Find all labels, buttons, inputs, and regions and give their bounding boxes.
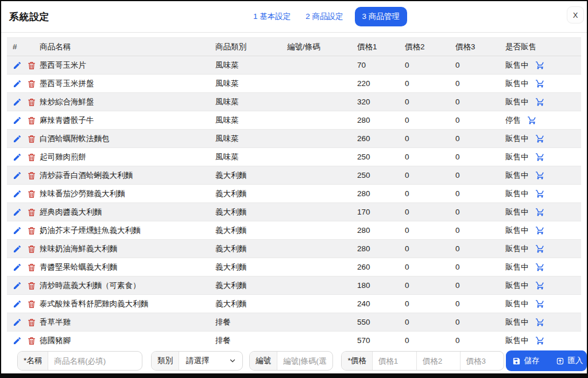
edit-icon[interactable] xyxy=(13,134,22,143)
delete-icon[interactable] xyxy=(27,79,36,88)
top-bar: 系統設定 1 基本設定 2 商品設定 3 商品管理 X xyxy=(1,1,587,33)
row-actions xyxy=(7,281,40,290)
cart-icon[interactable] xyxy=(527,115,537,125)
product-price2: 0 xyxy=(405,244,455,253)
product-name: 麻辣青醬骰子牛 xyxy=(40,115,215,126)
cart-icon[interactable] xyxy=(535,244,545,254)
product-name: 奶油芥末子煙燻鮭魚義大利麵 xyxy=(40,225,215,236)
cart-icon[interactable] xyxy=(535,189,545,198)
cart-icon[interactable] xyxy=(535,134,545,143)
sale-status: 販售中 xyxy=(505,207,529,217)
sale-status-cell: 販售中 xyxy=(505,262,581,272)
edit-icon[interactable] xyxy=(13,244,22,254)
product-price1: 280 xyxy=(357,244,405,253)
delete-icon[interactable] xyxy=(27,263,36,272)
product-name: 白酒蛤蠣附軟法麵包 xyxy=(40,134,215,144)
price2-input[interactable] xyxy=(416,352,460,370)
cart-icon[interactable] xyxy=(535,336,545,345)
product-price2: 0 xyxy=(405,281,455,290)
edit-icon[interactable] xyxy=(13,61,22,70)
cart-icon[interactable] xyxy=(535,79,545,88)
edit-icon[interactable] xyxy=(13,226,22,235)
column-status: 是否販售 xyxy=(505,42,581,52)
tab-basic-settings[interactable]: 1 基本設定 xyxy=(250,7,294,26)
product-price2: 0 xyxy=(405,171,455,180)
table-row: 辣味番茄沙勞雞義大利麵 義大利麵 280 0 0 販售中 xyxy=(7,185,581,203)
edit-icon[interactable] xyxy=(13,189,22,198)
cart-icon[interactable] xyxy=(535,207,545,217)
sale-status-cell: 停售 xyxy=(505,115,581,126)
delete-icon[interactable] xyxy=(27,134,36,143)
product-price2: 0 xyxy=(405,98,455,106)
cart-icon[interactable] xyxy=(535,225,545,235)
edit-icon[interactable] xyxy=(13,116,22,125)
table-row: 香草半雞 排餐 550 0 0 販售中 xyxy=(7,313,581,332)
row-actions xyxy=(7,134,40,143)
product-price1: 280 xyxy=(357,189,405,198)
cart-icon[interactable] xyxy=(535,317,545,327)
edit-icon[interactable] xyxy=(13,318,22,327)
delete-icon[interactable] xyxy=(27,226,36,235)
edit-icon[interactable] xyxy=(13,98,22,107)
product-category: 風味菜 xyxy=(215,79,287,89)
product-name-input[interactable] xyxy=(48,352,142,370)
delete-icon[interactable] xyxy=(27,318,36,327)
product-price3: 0 xyxy=(455,299,505,308)
edit-icon[interactable] xyxy=(13,153,22,162)
edit-icon[interactable] xyxy=(13,299,22,309)
cart-icon[interactable] xyxy=(535,60,545,70)
delete-icon[interactable] xyxy=(27,98,36,107)
delete-icon[interactable] xyxy=(27,281,36,290)
price3-input[interactable] xyxy=(460,352,504,370)
edit-icon[interactable] xyxy=(13,263,22,272)
product-price3: 0 xyxy=(455,79,505,88)
product-category: 風味菜 xyxy=(215,115,287,126)
product-code-input[interactable] xyxy=(277,352,332,370)
edit-icon[interactable] xyxy=(13,336,22,345)
price1-input[interactable] xyxy=(373,352,416,370)
product-category: 排餐 xyxy=(215,336,287,346)
cart-icon[interactable] xyxy=(535,280,545,290)
edit-icon[interactable] xyxy=(13,208,22,217)
edit-icon[interactable] xyxy=(13,281,22,290)
product-price3: 0 xyxy=(455,61,505,69)
cart-icon[interactable] xyxy=(535,170,545,180)
product-price1: 250 xyxy=(357,171,405,180)
product-name: 辣味番茄沙勞雞義大利麵 xyxy=(40,189,215,199)
sale-status: 販售中 xyxy=(505,189,529,199)
sale-status: 販售中 xyxy=(505,225,529,236)
column-code: 編號/條碼 xyxy=(287,42,357,52)
edit-icon[interactable] xyxy=(13,79,22,88)
code-label: 編號 xyxy=(250,352,277,370)
cart-icon[interactable] xyxy=(535,262,545,272)
delete-icon[interactable] xyxy=(27,189,36,198)
delete-icon[interactable] xyxy=(27,116,36,125)
close-button[interactable]: X xyxy=(567,6,584,24)
delete-icon[interactable] xyxy=(27,171,36,180)
delete-icon[interactable] xyxy=(27,61,36,70)
cart-icon[interactable] xyxy=(535,299,545,309)
sale-status: 販售中 xyxy=(505,170,529,181)
table-row: 清炒時蔬義大利麵（可素食） 義大利麵 180 0 0 販售中 xyxy=(7,276,581,295)
cart-icon[interactable] xyxy=(535,97,545,107)
product-price2: 0 xyxy=(405,299,455,308)
product-name: 泰式酸辣香料舒肥雞肉義大利麵 xyxy=(40,299,215,309)
save-button[interactable]: 儲存 xyxy=(506,350,548,371)
edit-icon[interactable] xyxy=(13,171,22,180)
cart-icon[interactable] xyxy=(535,152,545,162)
tab-product-settings[interactable]: 2 商品設定 xyxy=(302,7,346,26)
import-button[interactable]: 匯入 xyxy=(548,350,587,371)
product-price2: 0 xyxy=(405,208,455,216)
category-select[interactable]: 請選擇 xyxy=(179,352,242,370)
sale-status: 販售中 xyxy=(505,299,529,309)
delete-icon[interactable] xyxy=(27,208,36,217)
product-name: 香草半雞 xyxy=(40,317,215,328)
delete-icon[interactable] xyxy=(27,336,36,345)
sale-status-cell: 販售中 xyxy=(505,299,581,309)
product-category: 風味菜 xyxy=(215,97,287,107)
delete-icon[interactable] xyxy=(27,299,36,309)
tab-product-management[interactable]: 3 商品管理 xyxy=(355,7,407,26)
delete-icon[interactable] xyxy=(27,244,36,254)
table-row: 奶油芥末子煙燻鮭魚義大利麵 義大利麵 280 0 0 販售中 xyxy=(7,221,581,240)
delete-icon[interactable] xyxy=(27,153,36,162)
